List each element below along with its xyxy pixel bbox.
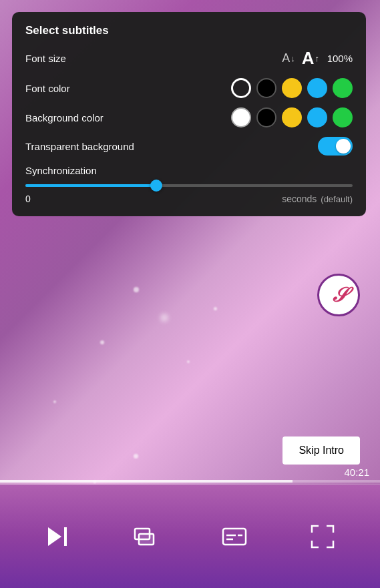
bg-color-yellow-swatch[interactable] xyxy=(282,107,302,127)
progress-bar[interactable] xyxy=(0,480,380,483)
background-color-row: Background color xyxy=(25,107,353,127)
increase-arrow-icon: ↑ xyxy=(315,53,320,63)
font-size-controls: A ↓ A ↑ 100% xyxy=(282,48,353,69)
toggle-track xyxy=(318,137,353,156)
toggle-thumb xyxy=(336,139,351,154)
font-color-black-swatch[interactable] xyxy=(256,78,276,98)
sync-label: Synchronization xyxy=(25,165,97,176)
svg-rect-4 xyxy=(223,529,246,545)
font-decrease-button[interactable]: A ↓ xyxy=(282,51,295,65)
slider-labels: 0 seconds (default) xyxy=(25,194,353,204)
fullscreen-icon xyxy=(308,522,337,551)
fullscreen-button[interactable] xyxy=(305,519,340,554)
decrease-arrow-icon: ↓ xyxy=(291,53,295,63)
font-color-swatches xyxy=(231,78,353,98)
font-color-yellow-swatch[interactable] xyxy=(282,78,302,98)
sync-unit: seconds xyxy=(282,194,317,204)
bg-color-black-swatch[interactable] xyxy=(256,107,276,127)
sync-value: 0 xyxy=(25,194,31,204)
transparent-bg-toggle[interactable] xyxy=(318,137,353,156)
font-increase-button[interactable]: A ↑ xyxy=(302,48,319,69)
progress-fill xyxy=(0,480,293,483)
font-color-row: Font color xyxy=(25,78,353,98)
font-color-cyan-swatch[interactable] xyxy=(307,78,327,98)
sync-default: (default) xyxy=(321,194,353,204)
skip-next-icon xyxy=(43,522,72,551)
subtitle-panel: Select subtitles Font size A ↓ A ↑ 100% … xyxy=(12,12,366,216)
sync-label-row: Synchronization xyxy=(25,165,353,176)
scribd-logo: 𝒮 xyxy=(332,285,346,305)
transparent-bg-label: Transparent background xyxy=(25,141,134,152)
slider-thumb[interactable] xyxy=(150,180,162,192)
sync-slider[interactable] xyxy=(25,182,353,190)
font-color-green-swatch[interactable] xyxy=(333,78,353,98)
bg-color-cyan-swatch[interactable] xyxy=(307,107,327,127)
slider-fill xyxy=(25,184,156,187)
controls-bar xyxy=(0,485,380,588)
timestamp: 40:21 xyxy=(344,467,369,478)
synchronization-section: Synchronization 0 seconds (default) xyxy=(25,165,353,204)
font-color-label: Font color xyxy=(25,83,70,94)
bg-color-white-swatch[interactable] xyxy=(231,107,251,127)
scribd-button[interactable]: 𝒮 xyxy=(317,274,360,316)
panel-title: Select subtitles xyxy=(25,24,353,37)
svg-rect-1 xyxy=(64,527,67,546)
font-percent-value: 100% xyxy=(326,53,353,64)
bg-color-swatches xyxy=(231,107,353,127)
episodes-button[interactable] xyxy=(128,519,163,554)
next-episode-button[interactable] xyxy=(40,519,75,554)
subtitles-icon xyxy=(220,522,249,551)
font-size-label: Font size xyxy=(25,53,66,64)
skip-intro-button[interactable]: Skip Intro xyxy=(282,436,360,465)
transparent-bg-row: Transparent background xyxy=(25,137,353,156)
background-color-label: Background color xyxy=(25,112,104,123)
font-color-ring-swatch[interactable] xyxy=(231,78,251,98)
svg-rect-3 xyxy=(139,534,154,545)
bg-color-green-swatch[interactable] xyxy=(333,107,353,127)
svg-marker-0 xyxy=(48,527,61,546)
slider-track xyxy=(25,184,353,187)
subtitles-button[interactable] xyxy=(217,519,252,554)
font-size-row: Font size A ↓ A ↑ 100% xyxy=(25,48,353,69)
episodes-icon xyxy=(131,522,160,551)
